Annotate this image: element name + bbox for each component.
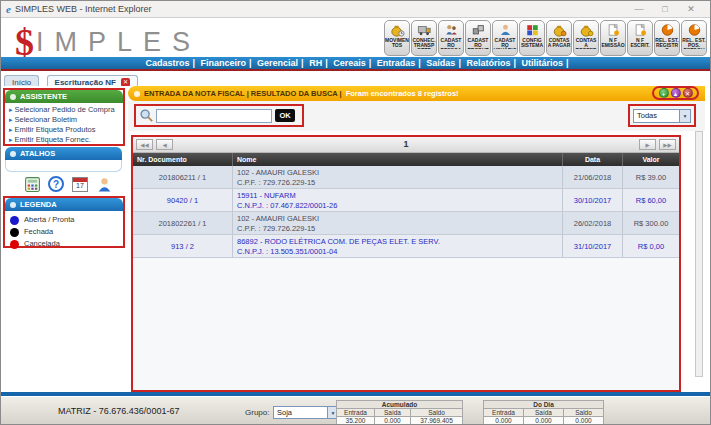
result-count-message: Foram encontrados 8 registros! <box>346 89 459 98</box>
party-cell: 102 - AMAURI GALESKIC.P.F. : 729.726.229… <box>233 166 563 188</box>
section-header-bar: ENTRADA DA NOTA FISCAL | RESULTADO DA BU… <box>128 86 705 101</box>
toolbar-button-contas-a-receber[interactable]: CONTAS A RECEBER <box>573 20 599 56</box>
legend-label: Cancelada <box>24 238 60 250</box>
acumulado-header-saida: Saída <box>375 409 411 417</box>
up-arrow-button[interactable]: ▲ <box>671 88 681 98</box>
toolbar-button-label: N F EMISSÃO <box>601 38 625 48</box>
dodia-saida-value: 0.000 <box>524 417 564 425</box>
menu-item-rh[interactable]: RH <box>309 58 322 68</box>
boxes-icon <box>471 23 486 37</box>
toolbar-button-nf-escrit[interactable]: N F ESCRIT. <box>627 20 653 56</box>
toolbar-button-label: CADASTRO USUÁRIOS <box>493 38 517 49</box>
truck-icon <box>417 23 432 37</box>
toolbar-button-cadastro-produtos[interactable]: CADASTRO PRODUTOS <box>465 20 491 56</box>
assistente-title: ASSISTENTE <box>20 92 67 101</box>
party-name: 15911 - NUFARM <box>237 191 562 201</box>
next-page-button[interactable]: ▶ <box>639 139 656 150</box>
menu-separator: | <box>566 58 569 68</box>
doc-number[interactable]: 201802261 / 1 <box>133 212 233 234</box>
column-header-nome: Nome <box>233 153 563 166</box>
atalhos-body <box>5 160 122 172</box>
acumulado-saida-value: 0.000 <box>375 417 411 425</box>
piechart-icon <box>660 23 675 37</box>
doc-number[interactable]: 201806211 / 1 <box>133 166 233 188</box>
toolbar-button-nf-emissao[interactable]: N F EMISSÃO <box>600 20 626 56</box>
doc-date: 26/02/2018 <box>563 212 623 234</box>
arrow-icon: ▸ <box>9 126 13 133</box>
table-row[interactable]: 201802261 / 1 102 - AMAURI GALESKIC.P.F.… <box>133 212 679 235</box>
table-row[interactable]: 90420 / 1 15911 - NUFARMC.N.P.J. : 07.46… <box>133 189 679 212</box>
toolbar-button-rel-registro-inventario[interactable]: REL. EST. REGISTRO INVENTÁRIO <box>654 20 680 56</box>
blue-dot-icon <box>10 216 19 225</box>
legenda-title: LEGENDA <box>20 200 57 209</box>
minimize-button[interactable]: — <box>633 4 645 14</box>
last-page-button[interactable]: ▶▶ <box>659 139 676 150</box>
menu-item-entradas[interactable]: Entradas <box>377 58 416 68</box>
header-bullet-icon <box>134 91 140 97</box>
toolbar-button-cadastro-pessoa[interactable]: CADASTRO PESSOA <box>438 20 464 56</box>
menu-item-financeiro[interactable]: Financeiro <box>201 58 247 68</box>
toolbar-button-rel-pos-estoque[interactable]: REL. EST. POS. ESTOQUE <box>681 20 707 56</box>
toolbar-button-label: CADASTRO PRODUTOS <box>466 38 490 49</box>
sidebar-item-etiqueta-produtos[interactable]: ▸Emitir Etiqueta Produtos <box>9 125 123 135</box>
assistente-header: ASSISTENTE <box>5 90 123 103</box>
user-profile-button[interactable] <box>94 174 114 194</box>
doc-value: R$ 39.00 <box>623 166 679 188</box>
doc-date: 30/10/2017 <box>563 189 623 211</box>
add-record-button[interactable]: + <box>659 88 669 98</box>
toolbar-button-contas-a-pagar[interactable]: CONTAS A PAGAR <box>546 20 572 56</box>
company-identifier: MATRIZ - 76.676.436/0001-67 <box>58 406 179 416</box>
filter-highlight-box: Todas ▼ <box>628 104 696 127</box>
sidebar-item-selecionar-boletim[interactable]: ▸Selecionar Boletim <box>9 115 123 125</box>
sidebar-item-etiqueta-fornec[interactable]: ▸Emitir Etiqueta Fornec. <box>9 135 123 145</box>
vertical-scrollbar[interactable] <box>695 131 703 377</box>
doc-number[interactable]: 913 / 2 <box>133 235 233 257</box>
calendar-button[interactable]: 17 <box>70 174 90 194</box>
close-section-button[interactable]: ✕ <box>683 88 693 98</box>
search-row: OK Todas ▼ <box>128 101 705 131</box>
close-button[interactable]: ✕ <box>685 4 697 14</box>
search-ok-button[interactable]: OK <box>275 109 295 122</box>
menu-separator: | <box>513 58 516 68</box>
logo-band: $IMPLES MOVIMENTOS CONHEC. TRANSPORTE EL… <box>1 18 710 57</box>
toolbar-button-movimentos[interactable]: MOVIMENTOS <box>384 20 410 56</box>
menu-item-relatorios[interactable]: Relatórios <box>466 58 510 68</box>
status-filter-dropdown[interactable]: Todas ▼ <box>633 109 691 123</box>
legend-item-fechada: Fechada <box>10 226 123 238</box>
chevron-down-icon: ▼ <box>679 110 690 122</box>
acumulado-title: Acumulado <box>337 401 463 409</box>
toolbar-button-label: MOVIMENTOS <box>385 38 409 48</box>
menu-item-cadastros[interactable]: Cadastros <box>145 58 189 68</box>
toolbar-button-label: REL. EST. REGISTRO INVENTÁRIO <box>655 38 679 49</box>
dodia-summary-table: Do Dia Entrada Saída Saldo 0.000 0.000 0… <box>483 400 604 425</box>
main-menu-bar: Cadastros| Financeiro| Gerencial| RH| Ce… <box>1 57 710 69</box>
acumulado-entrada-value: 35.200 <box>337 417 375 425</box>
toolbar-button-conhec-transporte[interactable]: CONHEC. TRANSPORTE ELET. <box>411 20 437 56</box>
doc-value: R$ 300.00 <box>623 212 679 234</box>
toolbar-button-config-sistema[interactable]: CONFIG SISTEMA <box>519 20 545 56</box>
grupo-dropdown[interactable]: Soja ▼ <box>273 406 339 419</box>
menu-item-gerencial[interactable]: Gerencial <box>257 58 298 68</box>
dodia-header-saldo: Saldo <box>564 409 604 417</box>
toolbar-button-label: N F ESCRIT. <box>628 38 652 48</box>
user-icon <box>498 23 513 37</box>
party-name: 102 - AMAURI GALESKI <box>237 168 562 178</box>
table-row[interactable]: 913 / 2 86892 - RODO ELÉTRICA COM. DE PE… <box>133 235 679 258</box>
arrow-icon: ▸ <box>9 116 13 123</box>
menu-item-cereais[interactable]: Cereais <box>333 58 366 68</box>
assistente-panel: ASSISTENTE ▸Selecionar Pedido de Compra … <box>3 88 125 146</box>
sidebar-item-selecionar-pedido[interactable]: ▸Selecionar Pedido de Compra <box>9 105 123 115</box>
help-button[interactable]: ? <box>46 174 66 194</box>
maximize-button[interactable]: □ <box>659 4 671 14</box>
search-input[interactable] <box>156 109 272 123</box>
red-dot-icon <box>10 240 19 249</box>
doc-number[interactable]: 90420 / 1 <box>133 189 233 211</box>
menu-item-saidas[interactable]: Saídas <box>426 58 455 68</box>
toolbar-button-cadastro-usuarios[interactable]: CADASTRO USUÁRIOS <box>492 20 518 56</box>
table-row[interactable]: 201806211 / 1 102 - AMAURI GALESKIC.P.F.… <box>133 166 679 189</box>
calculator-button[interactable] <box>22 174 42 194</box>
menu-item-utilitarios[interactable]: Utilitários <box>521 58 563 68</box>
column-header-valor: Valor <box>623 153 679 166</box>
acumulado-header-entrada: Entrada <box>337 409 375 417</box>
menu-separator: | <box>192 58 195 68</box>
